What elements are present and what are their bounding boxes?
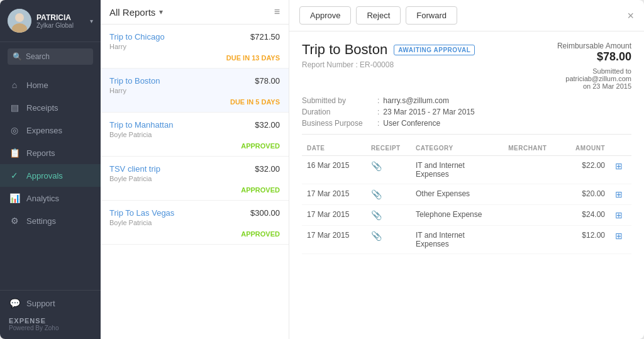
search-icon: 🔍 [13, 52, 22, 61]
awaiting-badge: AWAITING APPROVAL [394, 45, 475, 55]
col-header-date: DATE [302, 141, 366, 156]
report-title: TSV client trip [109, 164, 160, 174]
list-item[interactable]: Trip to Chicago $721.50 Harry DUE IN 13 … [101, 25, 289, 69]
report-detail-title: Trip to Boston AWAITING APPROVAL [302, 42, 475, 58]
expense-amount: $12.00 [560, 226, 610, 254]
support-label: Support [26, 299, 55, 308]
expense-receipt: 📎 [366, 184, 411, 205]
approvals-icon: ✓ [9, 170, 20, 181]
expense-category: Other Expenses [411, 184, 503, 205]
expense-receipt: 📎 [366, 226, 411, 254]
expense-action[interactable]: ⊞ [610, 184, 631, 205]
expense-label: EXPENSE [9, 317, 92, 325]
sidebar-item-expenses[interactable]: ◎ Expenses [0, 119, 101, 142]
sidebar-item-home[interactable]: ⌂ Home [0, 74, 101, 96]
all-reports-dropdown[interactable]: All Reports ▾ [109, 7, 163, 18]
sidebar-item-support[interactable]: 💬 Support [9, 298, 92, 308]
add-row-icon[interactable]: ⊞ [615, 210, 623, 220]
report-title: Trip to Manhattan [109, 120, 173, 130]
expense-category: IT and Internet Expenses [411, 226, 503, 254]
list-item[interactable]: Trip to Manhattan $32.00 Boyle Patricia … [101, 113, 289, 157]
report-detail: Trip to Boston AWAITING APPROVAL Report … [289, 31, 644, 339]
close-button[interactable]: × [627, 10, 634, 21]
home-icon: ⌂ [9, 80, 20, 90]
expense-receipt: 📎 [366, 156, 411, 184]
sidebar-item-label: Expenses [26, 126, 62, 135]
expense-action[interactable]: ⊞ [610, 226, 631, 254]
expense-date: 17 Mar 2015 [302, 205, 366, 226]
right-toolbar: Approve Reject Forward × [289, 0, 644, 31]
sidebar-item-analytics[interactable]: 📊 Analytics [0, 187, 101, 209]
table-row: 17 Mar 2015📎Telephone Expense$24.00⊞ [302, 205, 631, 226]
reports-list: Trip to Chicago $721.50 Harry DUE IN 13 … [101, 25, 289, 339]
list-item[interactable]: TSV client trip $32.00 Boyle Patricia AP… [101, 157, 289, 201]
report-person: Boyle Patricia [109, 175, 280, 182]
detail-divider [302, 134, 631, 135]
report-person: Boyle Patricia [109, 219, 280, 226]
sidebar-item-settings[interactable]: ⚙ Settings [0, 209, 101, 232]
analytics-icon: 📊 [9, 193, 20, 203]
sidebar-item-label: Settings [26, 216, 56, 226]
submitted-by-value: harry.s@zillum.com [383, 96, 449, 105]
expense-category: IT and Internet Expenses [411, 156, 503, 184]
dropdown-arrow-icon: ▾ [159, 8, 163, 16]
report-title-area: Trip to Boston AWAITING APPROVAL Report … [302, 42, 475, 69]
paperclip-icon: 📎 [371, 210, 382, 220]
expense-date: 17 Mar 2015 [302, 184, 366, 205]
add-row-icon[interactable]: ⊞ [615, 231, 623, 241]
add-row-icon[interactable]: ⊞ [615, 161, 623, 171]
user-profile[interactable]: PATRICIA Zylkar Global ▾ [0, 0, 101, 42]
table-row: 17 Mar 2015📎Other Expenses$20.00⊞ [302, 184, 631, 205]
paperclip-icon: 📎 [371, 161, 382, 171]
list-item[interactable]: Trip To Las Vegas $300.00 Boyle Patricia… [101, 201, 289, 245]
report-amount: $78.00 [255, 76, 280, 86]
all-reports-label: All Reports [109, 7, 155, 18]
report-meta: Submitted by : harry.s@zillum.com Durati… [302, 96, 631, 128]
settings-icon: ⚙ [9, 216, 20, 226]
report-number-label: Report Number [302, 60, 353, 69]
business-purpose-value: User Conference [383, 119, 440, 128]
report-status: APPROVED [109, 142, 280, 150]
sidebar-nav: ⌂ Home ▤ Receipts ◎ Expenses 📋 Reports ✓… [0, 71, 101, 290]
search-area[interactable]: 🔍 Search [0, 42, 101, 71]
report-item-top: Trip to Boston $78.00 [109, 76, 280, 86]
sidebar-item-reports[interactable]: 📋 Reports [0, 142, 101, 164]
search-box[interactable]: 🔍 Search [8, 48, 93, 65]
user-company: Zylkar Global [36, 22, 85, 29]
reimbursable-amount: $78.00 [557, 50, 631, 64]
approve-button[interactable]: Approve [299, 6, 351, 25]
expenses-icon: ◎ [9, 125, 20, 135]
report-person: Boyle Patricia [109, 131, 280, 138]
hamburger-icon[interactable]: ≡ [274, 6, 280, 18]
expenses-table: DATE RECEIPT CATEGORY MERCHANT AMOUNT 16… [302, 141, 631, 254]
table-row: 16 Mar 2015📎IT and Internet Expenses$22.… [302, 156, 631, 184]
report-title: Trip to Boston [109, 76, 160, 86]
expense-receipt: 📎 [366, 205, 411, 226]
duration-value: 23 Mar 2015 - 27 Mar 2015 [383, 108, 474, 116]
table-row: 17 Mar 2015📎IT and Internet Expenses$12.… [302, 226, 631, 254]
expense-action[interactable]: ⊞ [610, 205, 631, 226]
report-item-top: Trip To Las Vegas $300.00 [109, 208, 280, 218]
search-label[interactable]: Search [26, 52, 50, 61]
forward-button[interactable]: Forward [406, 6, 457, 25]
expense-date: 16 Mar 2015 [302, 156, 366, 184]
col-header-action [610, 141, 631, 156]
paperclip-icon: 📎 [371, 189, 382, 199]
sidebar: PATRICIA Zylkar Global ▾ 🔍 Search ⌂ Home… [0, 0, 101, 339]
report-number-value: ER-00008 [360, 60, 394, 69]
expense-merchant [503, 226, 560, 254]
sidebar-item-label: Reports [26, 148, 55, 158]
report-amount: $32.00 [255, 164, 280, 174]
sidebar-item-approvals[interactable]: ✓ Approvals [0, 164, 101, 187]
list-item[interactable]: Trip to Boston $78.00 Harry DUE IN 5 DAY… [101, 69, 289, 113]
add-row-icon[interactable]: ⊞ [615, 189, 623, 199]
expense-action[interactable]: ⊞ [610, 156, 631, 184]
reject-button[interactable]: Reject [356, 6, 401, 25]
report-detail-header: Trip to Boston AWAITING APPROVAL Report … [302, 42, 631, 90]
report-name: Trip to Boston [302, 42, 387, 58]
col-header-merchant: MERCHANT [503, 141, 560, 156]
sidebar-item-label: Home [26, 81, 48, 90]
expense-amount: $20.00 [560, 184, 610, 205]
duration-label: Duration [302, 108, 377, 116]
sidebar-item-receipts[interactable]: ▤ Receipts [0, 96, 101, 119]
